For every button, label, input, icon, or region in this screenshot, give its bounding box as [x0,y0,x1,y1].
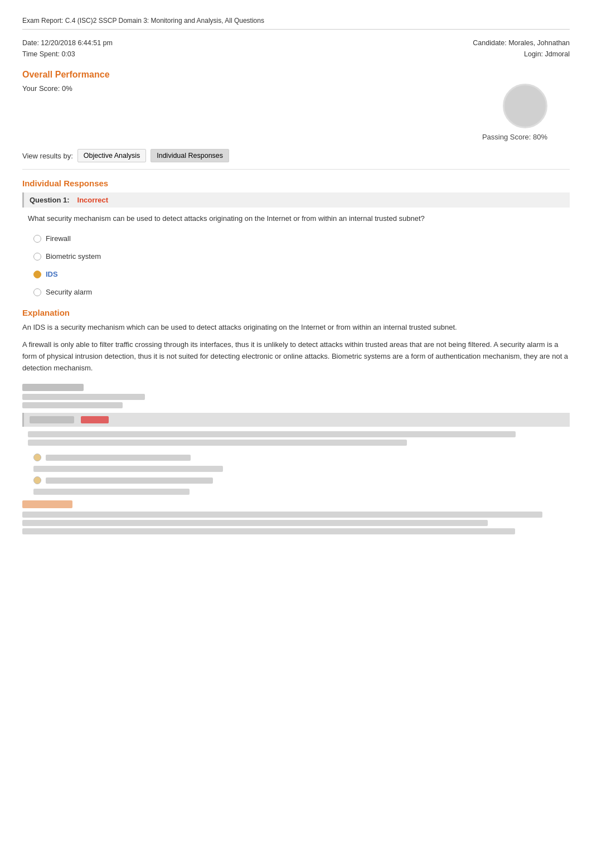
explanation-section: Explanation An IDS is a security mechani… [22,308,570,374]
radio-security-alarm[interactable] [33,288,41,296]
answer-text-biometric: Biometric system [46,252,101,262]
answer-text-security-alarm: Security alarm [46,287,92,297]
individual-responses-section: Individual Responses Question 1: Incorre… [22,179,570,534]
login-label: Login: Jdmoral [473,49,570,60]
tab-objective-analysis[interactable]: Objective Analysis [77,149,146,162]
radio-ids[interactable] [33,271,41,278]
passing-score-row: Passing Score: 80% [22,95,570,149]
question-1-text: What security mechanism can be used to d… [22,213,570,224]
candidate-label: Candidate: Morales, Johnathan [473,37,570,49]
explanation-paragraph-2: A firewall is only able to filter traffi… [22,339,570,374]
view-results-label: View results by: [22,152,73,160]
meta-right: Candidate: Morales, Johnathan Login: Jdm… [473,37,570,60]
question-1-header: Question 1: Incorrect [22,192,570,208]
meta-left: Date: 12/20/2018 6:44:51 pm Time Spent: … [22,37,113,60]
answer-option-biometric[interactable]: Biometric system [22,249,570,264]
radio-biometric[interactable] [33,253,41,261]
view-results-row: View results by: Objective Analysis Indi… [22,149,570,170]
blurred-section [22,384,570,534]
tab-individual-responses[interactable]: Individual Responses [151,149,229,162]
answer-text-ids: IDS [46,269,58,279]
individual-responses-title: Individual Responses [22,179,570,188]
meta-row: Date: 12/20/2018 6:44:51 pm Time Spent: … [22,37,570,60]
question-1-label: Question 1: [30,196,70,204]
answer-text-firewall: Firewall [46,234,71,244]
your-score: Your Score: 0% [22,84,570,93]
exam-date: Date: 12/20/2018 6:44:51 pm [22,37,113,49]
answer-option-ids[interactable]: IDS [22,267,570,282]
answer-option-firewall[interactable]: Firewall [22,231,570,247]
answer-option-security-alarm[interactable]: Security alarm [22,284,570,300]
pie-chart-placeholder [503,84,547,128]
explanation-paragraph-1: An IDS is a security mechanism which can… [22,322,570,334]
radio-firewall[interactable] [33,235,41,243]
overall-performance-title: Overall Performance [22,70,570,80]
explanation-title: Explanation [22,308,570,317]
exam-time: Time Spent: 0:03 [22,49,113,60]
exam-title: Exam Report: C.4 (ISC)2 SSCP Domain 3: M… [22,17,570,30]
question-1-status: Incorrect [77,196,109,204]
passing-score: Passing Score: 80% [482,133,547,141]
overall-performance-section: Overall Performance Your Score: 0% Passi… [22,70,570,149]
